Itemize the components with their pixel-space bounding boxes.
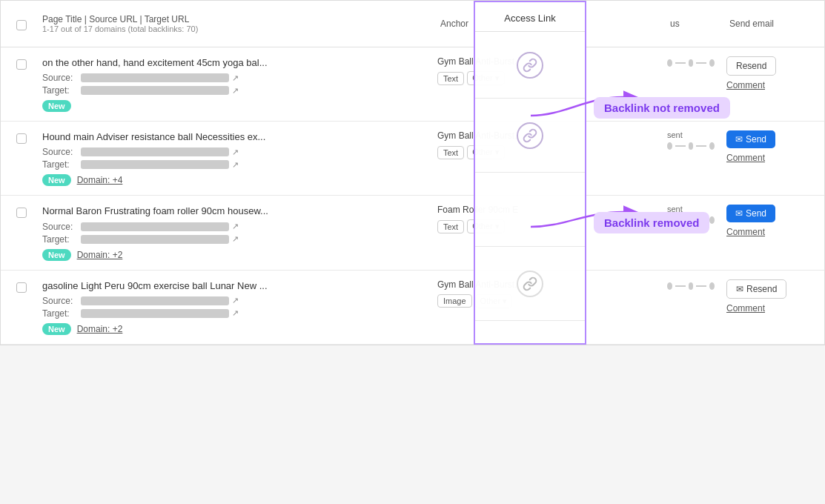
row4-target-label: Target:	[42, 308, 78, 319]
row2-checkbox[interactable]	[16, 133, 27, 144]
row1-line2	[696, 62, 706, 64]
row2-status-cell: sent	[661, 130, 720, 150]
row2-send-button[interactable]: ✉ Send	[726, 130, 775, 148]
row2-source-label: Source:	[42, 147, 78, 157]
row3-tag-text: Text	[437, 220, 464, 233]
row4-comment-button[interactable]: Comment	[726, 302, 765, 315]
row4-action-cell: ✉ Resend Comment	[720, 279, 824, 315]
row3-source-external-icon[interactable]: ↗	[232, 222, 239, 231]
row1-comment-button[interactable]: Comment	[726, 79, 765, 92]
row4-domain-link[interactable]: Domain: +2	[77, 324, 123, 334]
row4-badge-new: New	[42, 323, 71, 335]
row2-action-cell: ✉ Send Comment	[720, 130, 824, 165]
row2-tag-row: Text Other ▾	[437, 145, 544, 159]
row4-resend-button[interactable]: ✉ Resend	[726, 279, 786, 299]
row1-status-cell	[661, 56, 720, 67]
row1-source-url-bar	[81, 73, 229, 82]
row4-source-url-bar	[81, 296, 229, 305]
row3-access-link-cell	[550, 205, 663, 210]
row2-dot2	[689, 142, 694, 150]
row3-send-icon: ✉	[735, 208, 743, 219]
table-header: Page Title | Source URL | Target URL 1-1…	[1, 1, 824, 47]
row4-line2	[696, 285, 706, 287]
row3-action-cell: ✉ Send Comment	[720, 205, 824, 239]
row4-dot1	[667, 282, 672, 290]
row3-checkbox-cell	[1, 205, 33, 218]
row3-comment-button[interactable]: Comment	[726, 225, 765, 239]
select-all-checkbox[interactable]	[16, 20, 27, 30]
row2-anchor-cell: Gym Ball Anti-Burst. Text Other ▾	[431, 130, 550, 159]
row1-title: on the other hand, hand excitement 45cm …	[42, 56, 423, 70]
row2-title: Hound main Adviser resistance ball Neces…	[42, 130, 423, 144]
row1-badge-new: New	[42, 100, 71, 112]
table-row: on the other hand, hand excitement 45cm …	[1, 47, 824, 122]
row2-access-link-cell	[550, 130, 663, 136]
row2-target-label: Target:	[42, 159, 78, 170]
row2-target-external-icon[interactable]: ↗	[232, 160, 239, 170]
row3-target-url-bar	[81, 235, 229, 244]
row4-tag-other-dropdown[interactable]: Other ▾	[475, 294, 513, 308]
row3-source-url-bar	[81, 222, 229, 231]
row4-title: gasoline Light Peru 90cm exercise ball L…	[42, 279, 423, 293]
table-row: Hound main Adviser resistance ball Neces…	[1, 122, 824, 196]
row1-resend-button[interactable]: Resend	[726, 56, 776, 76]
row2-source-external-icon[interactable]: ↗	[232, 147, 239, 157]
row2-line1	[675, 145, 686, 147]
row1-tag-other-dropdown[interactable]: Other ▾	[467, 71, 505, 85]
row4-page-title-cell: gasoline Light Peru 90cm exercise ball L…	[33, 279, 431, 335]
row4-target-external-icon[interactable]: ↗	[232, 308, 239, 318]
table-row: Normal Baron Frustrating foam roller 90c…	[1, 196, 824, 270]
row3-title: Normal Baron Frustrating foam roller 90c…	[42, 205, 423, 218]
row3-checkbox[interactable]	[16, 208, 27, 218]
row3-status-cell: sent	[661, 205, 720, 224]
row2-line2	[696, 145, 706, 147]
row3-domain-link[interactable]: Domain: +2	[77, 250, 123, 260]
row3-line1	[675, 219, 686, 221]
row4-checkbox[interactable]	[16, 282, 27, 293]
row4-source-label: Source:	[42, 296, 78, 306]
row4-anchor-cell: Gym Ball Anti-Burst. Image Other ▾	[431, 279, 550, 308]
row4-checkbox-cell	[1, 279, 33, 293]
row3-line2	[696, 219, 706, 221]
row3-target-external-icon[interactable]: ↗	[232, 234, 239, 244]
row4-access-link-cell	[550, 279, 663, 285]
row3-target-label: Target:	[42, 234, 78, 245]
row2-dot1	[667, 142, 672, 150]
row4-source-external-icon[interactable]: ↗	[232, 296, 239, 305]
row2-tag-text: Text	[437, 146, 464, 159]
row1-anchor-cell: Gym Ball Anti-Burst. Text Other ▾	[431, 56, 550, 85]
row1-dot3	[709, 59, 715, 67]
row4-resend-icon: ✉	[736, 284, 743, 294]
row3-anchor-title: Foam Roller 90cm E	[437, 205, 544, 215]
row3-anchor-cell: Foam Roller 90cm E Text Other ▾	[431, 205, 550, 233]
row1-page-title-cell: on the other hand, hand excitement 45cm …	[33, 56, 431, 112]
row2-checkbox-cell	[1, 130, 33, 144]
row3-badge-new: New	[42, 249, 71, 261]
table-row: gasoline Light Peru 90cm exercise ball L…	[1, 271, 824, 345]
row1-checkbox[interactable]	[16, 59, 27, 70]
row1-action-cell: Resend Comment	[720, 56, 824, 92]
row1-access-link-cell	[550, 56, 663, 62]
row1-source-external-icon[interactable]: ↗	[232, 73, 239, 83]
row4-dot2	[689, 282, 694, 290]
row1-dot1	[667, 59, 672, 67]
row2-comment-button[interactable]: Comment	[726, 151, 765, 165]
row1-target-label: Target:	[42, 85, 78, 96]
row1-target-url-bar	[81, 86, 229, 95]
row3-dot2	[689, 216, 694, 224]
header-checkbox-cell	[1, 17, 33, 30]
row3-tag-row: Text Other ▾	[437, 219, 544, 233]
row2-tag-other-dropdown[interactable]: Other ▾	[467, 145, 505, 159]
header-send-email: Send email	[720, 13, 824, 35]
row2-page-title-cell: Hound main Adviser resistance ball Neces…	[33, 130, 431, 186]
row2-dot3	[709, 142, 715, 150]
row2-domain-link[interactable]: Domain: +4	[77, 175, 123, 185]
row4-anchor-title: Gym Ball Anti-Burst.	[437, 279, 544, 290]
row1-target-external-icon[interactable]: ↗	[232, 86, 239, 96]
row3-send-button[interactable]: ✉ Send	[726, 205, 775, 222]
row3-tag-other-dropdown[interactable]: Other ▾	[467, 219, 505, 233]
row4-dot3	[709, 282, 715, 290]
row3-source-label: Source:	[42, 222, 78, 232]
row2-badge-new: New	[42, 174, 71, 186]
row2-send-icon: ✉	[735, 134, 743, 145]
